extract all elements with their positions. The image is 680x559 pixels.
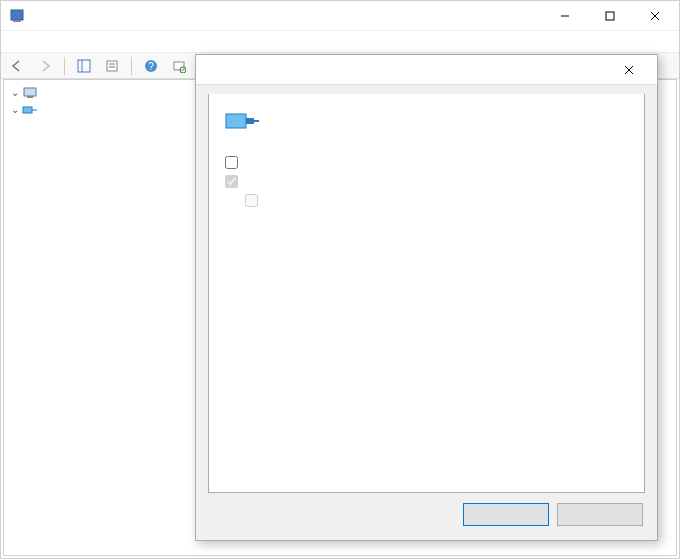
option-magic-packet-only bbox=[225, 194, 628, 207]
device-header bbox=[225, 108, 628, 134]
svg-rect-17 bbox=[27, 96, 33, 98]
dialog-button-row bbox=[196, 493, 657, 540]
svg-rect-0 bbox=[11, 10, 23, 20]
scan-hardware-button[interactable] bbox=[167, 55, 191, 77]
dialog-titlebar bbox=[196, 55, 657, 85]
checkbox-allow-wake bbox=[225, 175, 238, 188]
collapse-icon[interactable]: ⌄ bbox=[8, 104, 22, 115]
svg-rect-23 bbox=[246, 118, 254, 124]
close-button[interactable] bbox=[632, 2, 677, 30]
option-allow-power-off[interactable] bbox=[225, 156, 628, 169]
minimize-button[interactable] bbox=[542, 2, 587, 30]
properties-button[interactable] bbox=[100, 55, 124, 77]
svg-rect-13 bbox=[174, 62, 184, 70]
svg-text:?: ? bbox=[148, 61, 154, 72]
toolbar-divider bbox=[64, 57, 65, 75]
svg-rect-1 bbox=[13, 20, 21, 22]
collapse-icon[interactable]: ⌄ bbox=[8, 87, 22, 98]
menu-view[interactable] bbox=[49, 40, 57, 44]
back-button[interactable] bbox=[5, 55, 29, 77]
forward-button[interactable] bbox=[33, 55, 57, 77]
network-adapter-icon bbox=[225, 108, 259, 134]
cancel-button[interactable] bbox=[557, 503, 643, 526]
app-icon bbox=[9, 8, 25, 24]
ok-button[interactable] bbox=[463, 503, 549, 526]
properties-dialog bbox=[195, 54, 658, 541]
dialog-close-button[interactable] bbox=[606, 56, 651, 84]
window-buttons bbox=[542, 2, 677, 30]
titlebar bbox=[1, 1, 679, 31]
checkbox-magic-packet-only bbox=[245, 194, 258, 207]
svg-rect-22 bbox=[226, 114, 246, 128]
tab-panel-power bbox=[208, 94, 645, 493]
checkbox-allow-power-off[interactable] bbox=[225, 156, 238, 169]
menu-help[interactable] bbox=[71, 40, 79, 44]
show-hide-tree-button[interactable] bbox=[72, 55, 96, 77]
dialog-body bbox=[196, 85, 657, 493]
svg-rect-3 bbox=[606, 12, 614, 20]
maximize-button[interactable] bbox=[587, 2, 632, 30]
computer-icon bbox=[22, 85, 38, 101]
menu-action[interactable] bbox=[27, 40, 35, 44]
svg-rect-18 bbox=[23, 107, 32, 113]
help-button[interactable]: ? bbox=[139, 55, 163, 77]
menubar bbox=[1, 31, 679, 53]
network-adapter-icon bbox=[22, 102, 38, 118]
svg-rect-16 bbox=[24, 88, 36, 96]
svg-rect-8 bbox=[107, 61, 117, 71]
toolbar-divider bbox=[131, 57, 132, 75]
svg-rect-6 bbox=[78, 60, 90, 72]
menu-file[interactable] bbox=[5, 40, 13, 44]
option-allow-wake bbox=[225, 175, 628, 188]
